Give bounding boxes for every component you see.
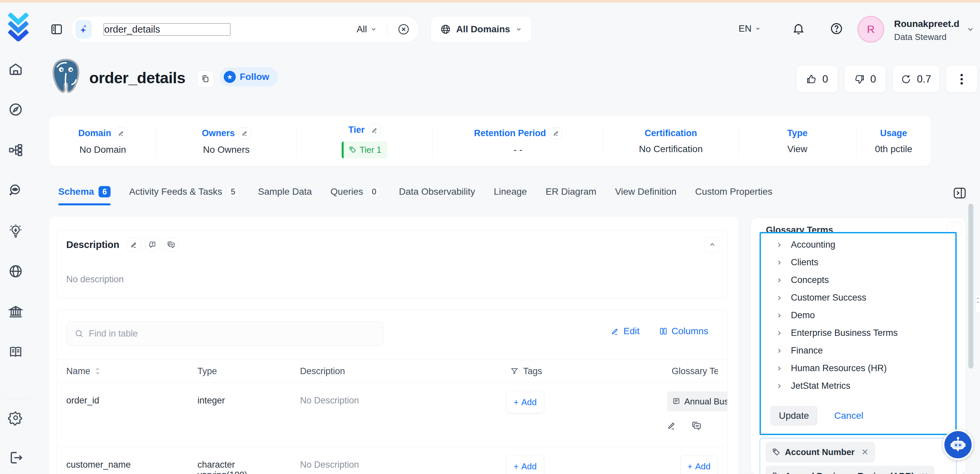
cancel-button[interactable]: Cancel — [834, 410, 863, 421]
tab-activity-feeds[interactable]: Activity Feeds & Tasks 5 — [129, 186, 239, 200]
remove-term-icon[interactable]: ✕ — [861, 447, 869, 457]
tab-view-definition[interactable]: View Definition — [615, 186, 677, 199]
domains-globe-icon[interactable] — [8, 264, 23, 279]
follow-button[interactable]: ★ Follow — [220, 67, 278, 87]
edit-glossary-icon[interactable] — [667, 421, 676, 430]
tab-label: Sample Data — [258, 186, 312, 197]
search-scope-dropdown[interactable]: All — [356, 24, 377, 35]
observability-icon[interactable] — [8, 183, 23, 198]
collapse-description-button[interactable] — [705, 237, 720, 252]
chevron-down-icon — [370, 26, 377, 33]
cell-name[interactable]: order_id — [66, 383, 197, 447]
glossary-tree-item[interactable]: JetStat Metrics — [761, 377, 955, 395]
edit-retention-button[interactable] — [550, 127, 562, 139]
header-glossary-terms: Glossary Terms — [667, 366, 718, 377]
glossary-term-chip[interactable]: Annual Business Review (ABR) ✕ — [765, 466, 935, 474]
chatbot-button[interactable] — [943, 429, 973, 460]
govern-bank-icon[interactable] — [8, 304, 23, 319]
chevron-right-icon — [776, 259, 782, 266]
home-icon[interactable] — [8, 62, 23, 77]
request-description-button[interactable] — [146, 238, 159, 252]
insights-icon[interactable] — [8, 223, 23, 239]
glossary-tree-item[interactable]: Concepts — [761, 271, 955, 289]
tab-schema[interactable]: Schema 6 — [58, 186, 111, 199]
edit-description-button[interactable] — [127, 238, 141, 252]
help-icon[interactable] — [830, 22, 843, 35]
domains-dropdown[interactable]: All Domains — [431, 16, 532, 43]
downvote-button[interactable]: 0 — [845, 65, 886, 92]
sort-icon[interactable] — [95, 367, 100, 375]
explore-compass-icon[interactable] — [8, 102, 23, 117]
avatar[interactable]: R — [858, 16, 884, 43]
columns-icon — [659, 327, 668, 336]
comments-button[interactable] — [164, 238, 178, 252]
find-in-table[interactable] — [66, 321, 383, 346]
tab-er-diagram[interactable]: ER Diagram — [546, 186, 596, 199]
copy-link-button[interactable] — [197, 71, 214, 87]
language-selector[interactable]: EN — [738, 23, 761, 34]
tier-badge[interactable]: Tier 1 — [342, 142, 388, 158]
glossary-tree-item[interactable]: Demo — [761, 307, 955, 324]
cell-description: No Description — [300, 447, 511, 474]
search-input[interactable] — [103, 23, 231, 36]
table-row: order_id integer No Description + Add An… — [57, 383, 727, 447]
clear-search-icon[interactable] — [397, 23, 410, 36]
tag-icon — [772, 448, 780, 456]
tab-custom-properties[interactable]: Custom Properties — [695, 186, 773, 199]
filter-icon[interactable] — [511, 367, 519, 375]
data-flow-icon[interactable] — [8, 142, 23, 158]
glossary-tree-item[interactable]: Clients — [761, 254, 955, 271]
kebab-menu-icon — [959, 73, 964, 85]
settings-gear-icon[interactable] — [8, 410, 23, 425]
glossary-book-icon[interactable] — [8, 344, 23, 359]
tab-sample-data[interactable]: Sample Data — [258, 186, 312, 199]
sidebar-toggle-icon[interactable] — [50, 23, 63, 36]
columns-button[interactable]: Columns — [659, 326, 708, 337]
global-search[interactable]: All — [71, 16, 419, 43]
upvote-button[interactable]: 0 — [797, 65, 838, 92]
glossary-tree-item[interactable]: Customer Success — [761, 289, 955, 307]
type-value: View — [787, 144, 807, 154]
app-logo[interactable] — [8, 13, 29, 41]
glossary-tree-item[interactable]: Accounting — [761, 236, 955, 254]
edit-domain-button[interactable] — [115, 127, 127, 139]
right-panel-toggle-icon[interactable] — [953, 187, 966, 199]
edit-tier-button[interactable] — [369, 124, 380, 136]
glossary-tree-item[interactable]: Human Resources (HR) — [761, 359, 955, 377]
remove-term-icon[interactable]: ✕ — [921, 471, 928, 474]
star-icon: ★ — [224, 71, 236, 83]
add-glossary-term-button[interactable]: + Add — [680, 456, 718, 474]
tab-lineage[interactable]: Lineage — [494, 186, 527, 199]
scrollbar[interactable] — [968, 204, 973, 369]
type-label: Type — [787, 128, 808, 138]
domains-label: All Domains — [456, 24, 510, 35]
tab-data-observability[interactable]: Data Observability — [399, 186, 475, 199]
entity-summary-card: Domain No Domain Owners No Owners Tier T… — [49, 116, 931, 166]
chevron-right-icon — [776, 313, 782, 318]
cell-glossary: Annual Business Review (ABR) — [667, 383, 728, 447]
edit-table-button[interactable]: Edit — [611, 326, 640, 337]
logout-icon[interactable] — [8, 450, 23, 465]
side-widget-handle[interactable] — [975, 295, 980, 313]
header-name[interactable]: Name — [66, 366, 197, 377]
user-menu-chevron-icon[interactable] — [966, 25, 974, 33]
add-tag-button[interactable]: + Add — [506, 391, 544, 413]
find-in-table-input[interactable] — [89, 329, 375, 339]
summary-domain: Domain No Domain — [49, 125, 156, 157]
update-button[interactable]: Update — [770, 406, 818, 426]
notifications-bell-icon[interactable] — [792, 22, 805, 35]
more-options-button[interactable] — [946, 65, 977, 92]
version-button[interactable]: 0.7 — [893, 65, 939, 92]
chevron-right-icon — [776, 242, 782, 248]
conversations-icon[interactable] — [692, 421, 702, 431]
edit-owners-button[interactable] — [239, 127, 251, 139]
cell-name[interactable]: customer_name — [66, 447, 197, 474]
glossary-term-icon — [672, 398, 680, 406]
add-tag-button[interactable]: + Add — [506, 456, 544, 474]
glossary-tree-item[interactable]: Enterprise Business Terms — [761, 324, 955, 342]
glossary-term-chip[interactable]: Account Number ✕ — [765, 442, 875, 462]
tab-queries[interactable]: Queries 0 — [331, 186, 380, 200]
tag-icon — [349, 146, 356, 153]
glossary-term-chip[interactable]: Annual Business Review (ABR) — [667, 391, 728, 412]
glossary-tree-item[interactable]: Finance — [761, 342, 955, 359]
